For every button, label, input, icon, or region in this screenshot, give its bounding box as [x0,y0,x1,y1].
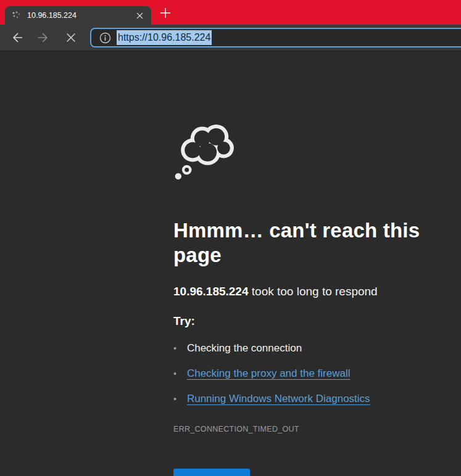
error-message-rest: took too long to respond [249,285,378,298]
bullet-icon: • [173,342,177,355]
browser-window: 10.96.185.224 [0,0,461,476]
new-tab-button[interactable] [156,4,175,22]
try-label: Try: [173,314,436,329]
stop-button[interactable] [60,27,81,48]
url-selected-text: https://10.96.185.224 [117,30,212,45]
tab-close-icon[interactable] [133,9,146,22]
suggestion-text: Checking the connection [187,342,302,355]
plus-icon [160,7,171,18]
list-item: • Checking the proxy and the firewall [173,367,436,380]
network-diagnostics-link[interactable]: Running Windows Network Diagnostics [187,393,370,405]
stop-x-icon [64,31,78,44]
back-button[interactable] [6,27,27,48]
url-input[interactable]: https://10.96.185.224 [117,32,212,43]
refresh-button[interactable]: Refresh [173,469,250,476]
bullet-icon: • [173,367,177,380]
error-code: ERR_CONNECTION_TIMED_OUT [173,425,436,433]
forward-arrow-icon [36,30,51,45]
bullet-icon: • [173,393,177,405]
tab-strip: 10.96.185.224 [0,0,461,25]
error-page-content: Hmmm… can't reach this page 10.96.185.22… [0,51,461,476]
loading-spinner-icon [11,10,21,20]
error-heading: Hmmm… can't reach this page [173,218,436,268]
address-bar[interactable]: https://10.96.185.224 [90,28,461,47]
navigation-toolbar: https://10.96.185.224 [0,25,461,51]
tab-title: 10.96.185.224 [27,11,133,20]
forward-button[interactable] [33,27,54,48]
error-host: 10.96.185.224 [173,285,249,298]
list-item: • Running Windows Network Diagnostics [173,393,436,405]
info-icon [99,31,112,44]
thought-bubble-icon [173,120,238,180]
suggestion-list: • Checking the connection • Checking the… [173,342,436,405]
back-arrow-icon [9,30,24,45]
browser-tab[interactable]: 10.96.185.224 [5,6,151,25]
list-item: • Checking the connection [173,342,436,355]
error-message: 10.96.185.224 took too long to respond [173,284,436,299]
proxy-firewall-link[interactable]: Checking the proxy and the firewall [187,367,351,380]
site-info-button[interactable] [97,30,113,46]
